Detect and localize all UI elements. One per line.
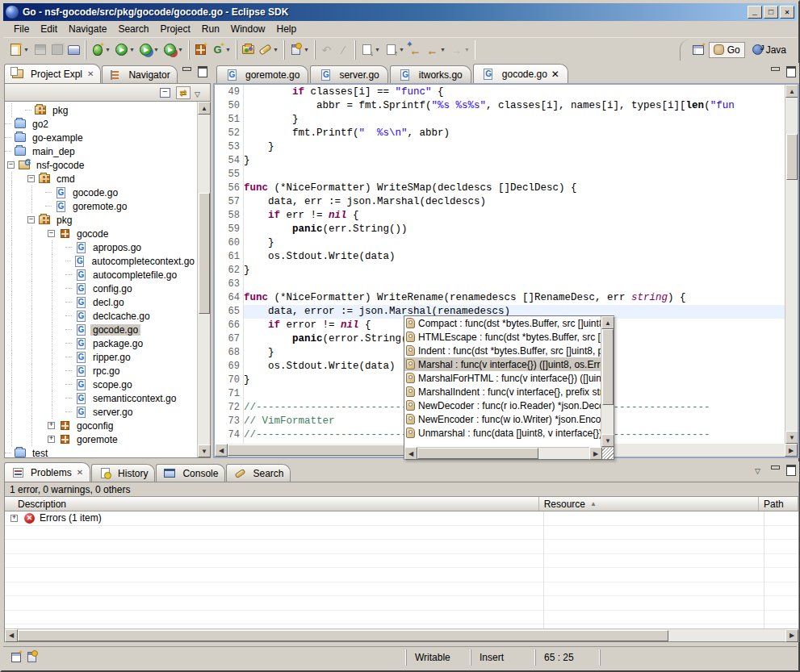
back-button[interactable]: ←▼: [424, 40, 448, 60]
search-button[interactable]: ▼: [257, 40, 281, 60]
scroll-right-icon[interactable]: ▶: [785, 444, 798, 457]
tree-item-test[interactable]: test: [5, 446, 197, 457]
code-line-58[interactable]: if err != nil {: [244, 209, 785, 223]
explorer-minimize-icon[interactable]: [182, 66, 192, 75]
tree-item-ripper-go[interactable]: ripper.go: [5, 350, 197, 364]
code-line-49[interactable]: if classes[i] == "func" {: [244, 86, 785, 99]
perspective-go[interactable]: Go: [709, 42, 745, 58]
editor-maximize-icon[interactable]: [785, 66, 796, 75]
tree-item-server-go[interactable]: server.go: [5, 405, 197, 419]
prev-annotation-button[interactable]: ▼: [383, 40, 407, 60]
link-with-editor-icon[interactable]: ⇄: [176, 86, 191, 99]
minimize-button[interactable]: _: [748, 6, 762, 19]
tree-item-gocode-go[interactable]: gocode.go: [5, 323, 197, 336]
menu-search[interactable]: Search: [112, 22, 154, 36]
new-go-file-button[interactable]: ✦▼: [209, 40, 233, 60]
completion-item[interactable]: Unmarshal : func(data []uint8, v interfa…: [404, 426, 601, 440]
menu-navigate[interactable]: Navigate: [63, 22, 112, 36]
editor-tab-itworks-go[interactable]: itworks.go: [390, 65, 471, 83]
code-line-50[interactable]: abbr = fmt.Sprintf("%s %s%s", classes[i]…: [244, 99, 785, 113]
close-tab-icon[interactable]: ✕: [551, 69, 559, 80]
external-tools-button[interactable]: ▼: [161, 40, 186, 60]
code-line-57[interactable]: data, err := json.Marshal(decldescs): [244, 195, 785, 209]
scroll-right-icon[interactable]: ▶: [589, 447, 602, 460]
completion-item[interactable]: Compact : func(dst *bytes.Buffer, src []…: [404, 316, 601, 330]
completion-item[interactable]: NewEncoder : func(w io.Writer) *json.Enc…: [404, 412, 601, 426]
scroll-left-icon[interactable]: ◀: [215, 444, 228, 457]
tree-item-gocode-go[interactable]: gocode.go: [5, 186, 197, 199]
code-line-53[interactable]: }: [244, 140, 785, 154]
tree-item-cmd[interactable]: −cmd: [5, 172, 197, 186]
code-line-55[interactable]: [244, 168, 785, 182]
view-tab-problems[interactable]: Problems✕: [4, 462, 90, 482]
problems-row-errors[interactable]: +✕Errors (1 item): [5, 511, 798, 526]
view-tab-console[interactable]: Console: [156, 464, 225, 482]
close-tab-icon[interactable]: ✕: [77, 468, 83, 477]
view-tab-history[interactable]: History: [91, 464, 155, 482]
tree-item-main-dep[interactable]: main_dep: [5, 144, 197, 158]
new-go-package-button[interactable]: ✦: [192, 40, 209, 60]
tree-item-nsf-gocode[interactable]: −nsf-gocode: [5, 158, 197, 172]
problems-horizontal-scrollbar[interactable]: ◀ ▶: [5, 628, 798, 641]
close-tab-icon[interactable]: ✕: [87, 69, 94, 78]
scroll-down-icon[interactable]: ▼: [785, 431, 798, 444]
menu-help[interactable]: Help: [271, 22, 303, 36]
code-line-61[interactable]: os.Stdout.Write(data): [244, 250, 785, 264]
dropdown-arrow-icon[interactable]: ▼: [439, 43, 446, 56]
popup-scrollbar[interactable]: ▲ ▼: [601, 316, 614, 447]
mark-occurrences-button[interactable]: ▼: [287, 40, 312, 60]
tree-item-package-go[interactable]: package.go: [5, 336, 197, 350]
open-perspective-icon[interactable]: [692, 43, 706, 56]
scroll-right-icon[interactable]: ▶: [785, 629, 798, 642]
collapse-node-icon[interactable]: −: [7, 161, 15, 169]
dropdown-arrow-icon[interactable]: ▼: [177, 43, 184, 56]
editor-minimize-icon[interactable]: [770, 66, 781, 75]
popup-horizontal-scrollbar[interactable]: ◀ ▶: [404, 447, 614, 459]
last-edit-location-button[interactable]: ←✦: [407, 40, 424, 60]
dropdown-arrow-icon[interactable]: ▼: [224, 43, 232, 56]
dropdown-arrow-icon[interactable]: ▼: [272, 43, 279, 56]
scroll-down-icon[interactable]: ▼: [198, 445, 211, 457]
scroll-up-icon[interactable]: ▲: [198, 102, 211, 115]
dropdown-arrow-icon[interactable]: ▼: [303, 43, 310, 56]
completion-item[interactable]: HTMLEscape : func(dst *bytes.Buffer, src…: [404, 330, 601, 344]
problems-maximize-icon[interactable]: [785, 465, 796, 474]
tree-item-autocompletecontext-go[interactable]: autocompletecontext.go: [5, 254, 197, 268]
print-button[interactable]: [65, 40, 82, 60]
scroll-up-icon[interactable]: ▲: [785, 85, 798, 98]
explorer-view-menu-icon[interactable]: [195, 88, 205, 97]
completion-item[interactable]: MarshalIndent : func(v interface{}, pref…: [404, 385, 601, 399]
code-line-54[interactable]: }: [244, 154, 785, 168]
tree-item-go-example[interactable]: go-example: [5, 131, 197, 144]
scroll-left-icon[interactable]: ◀: [404, 447, 417, 460]
menu-run[interactable]: Run: [196, 22, 225, 36]
code-line-64[interactable]: func (*NiceFormatter) WriteRename(rename…: [244, 291, 785, 305]
view-tab-project-expl[interactable]: Project Expl✕: [4, 64, 101, 83]
tree-item-pkg[interactable]: −pkg: [5, 213, 197, 227]
explorer-maximize-icon[interactable]: [197, 66, 207, 75]
dropdown-arrow-icon[interactable]: ▼: [23, 43, 30, 56]
code-line-59[interactable]: panic(err.String()): [244, 223, 785, 236]
tree-item-decl-go[interactable]: decl.go: [5, 295, 197, 309]
editor-tab-server-go[interactable]: server.go: [310, 65, 387, 83]
problems-view-menu-icon[interactable]: [755, 465, 765, 474]
expand-node-icon[interactable]: +: [10, 515, 18, 522]
tree-item-goremote-go[interactable]: goremote.go: [5, 199, 197, 213]
code-line-60[interactable]: }: [244, 236, 785, 250]
scroll-down-icon[interactable]: ▼: [601, 434, 614, 447]
tree-item-gocode[interactable]: −gocode: [5, 227, 197, 240]
completion-item[interactable]: Marshal : func(v interface{}) ([]uint8, …: [404, 357, 601, 371]
column-header-path[interactable]: Path: [759, 497, 798, 511]
expand-node-icon[interactable]: +: [48, 422, 55, 429]
code-line-52[interactable]: fmt.Printf(" %s\n", abbr): [244, 127, 785, 140]
tree-item-config-go[interactable]: config.go: [5, 282, 197, 295]
close-button[interactable]: ✕: [780, 6, 794, 19]
tree-item-rpc-go[interactable]: rpc.go: [5, 364, 197, 378]
editor-tab-goremote-go[interactable]: goremote.go: [216, 65, 308, 83]
next-annotation-button[interactable]: ▼: [358, 40, 383, 60]
dropdown-arrow-icon[interactable]: ▼: [398, 43, 405, 56]
tree-item-apropos-go[interactable]: apropos.go: [5, 240, 197, 254]
tree-item-pkg[interactable]: pkg: [5, 103, 197, 117]
maximize-button[interactable]: □: [764, 6, 778, 19]
dropdown-arrow-icon[interactable]: ▼: [374, 43, 381, 56]
